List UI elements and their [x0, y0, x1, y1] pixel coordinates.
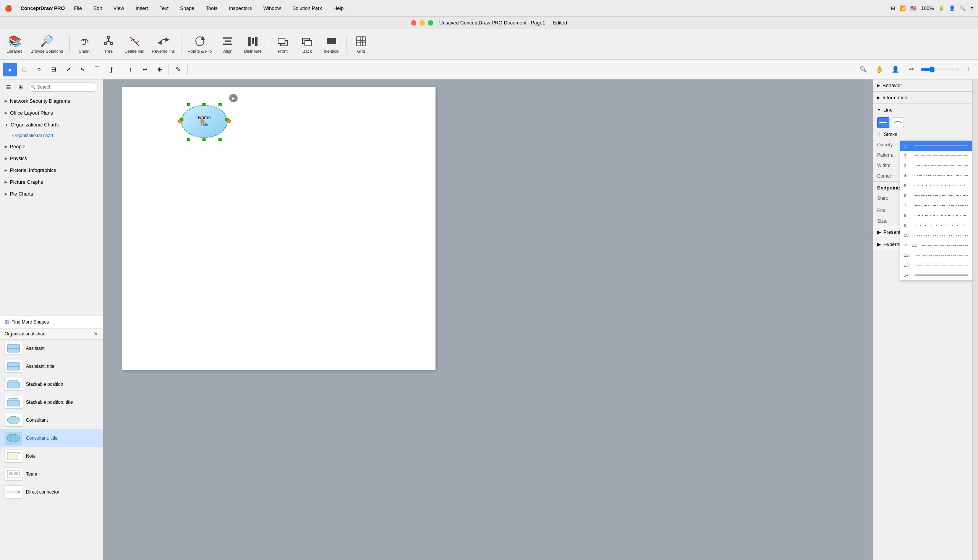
library-item-pictorial[interactable]: ▶ Pictorial Infographics [0, 164, 103, 176]
pattern-item-8[interactable]: 8: [900, 210, 972, 220]
shape-item-assistant[interactable]: Assistant [0, 340, 103, 358]
front-button[interactable]: Front [271, 31, 294, 58]
library-item-picture-graphs[interactable]: ▶ Picture Graphs [0, 176, 103, 188]
library-sub-org-chart[interactable]: Organizational chart [0, 131, 103, 140]
pattern-item-11[interactable]: ✓ 11: [900, 240, 972, 250]
shape-item-consultant[interactable]: Consultant [0, 412, 103, 429]
handle-top-mid[interactable] [202, 103, 205, 106]
shape-item-stackable-title[interactable]: Stackable position, title [0, 393, 103, 412]
menu-inspectors[interactable]: Inspectors [227, 5, 254, 12]
shape-item-note[interactable]: Note [0, 447, 103, 465]
rotate-tool[interactable]: ↩ [138, 63, 152, 77]
zoom-in-btn[interactable]: + [961, 63, 975, 77]
play-overlay-btn[interactable]: ▶ [229, 94, 238, 102]
rect-tool[interactable]: □ [18, 63, 31, 77]
size-tool[interactable]: ↕ [123, 63, 137, 77]
search-input[interactable] [28, 83, 98, 92]
zoom-out-btn[interactable]: 🔍 [856, 63, 870, 77]
handle-top-right[interactable] [218, 103, 222, 106]
chain-button[interactable]: Chain [73, 31, 95, 58]
identical-button[interactable]: Identical [320, 31, 343, 58]
menu-edit[interactable]: Edit [91, 5, 104, 12]
handle-bottom-left[interactable] [187, 138, 190, 141]
shape-item-direct-connector[interactable]: Direct connector [0, 483, 103, 501]
tree-button[interactable]: Tree [97, 31, 120, 58]
pan-btn[interactable]: ✋ [873, 63, 886, 77]
distribute-button[interactable]: Distribute [241, 31, 264, 58]
handle-bottom-right[interactable] [218, 138, 222, 141]
grid-button[interactable]: Grid [350, 31, 373, 58]
pattern-item-4[interactable]: 4: [900, 171, 972, 181]
menu-view[interactable]: View [111, 5, 127, 12]
arc-tool[interactable]: ⌒ [90, 63, 104, 77]
bezier-tool[interactable]: ∫ [105, 63, 118, 77]
menu-shape[interactable]: Shape [178, 5, 197, 12]
shape-item-assistant-title[interactable]: Assistant, title [0, 358, 103, 375]
pen-tool[interactable]: ✎ [171, 63, 185, 77]
menu-file[interactable]: File [72, 5, 85, 12]
table-tool[interactable]: ⊟ [47, 63, 60, 77]
pattern-item-7[interactable]: 7: [900, 200, 972, 210]
back-button[interactable]: Back [296, 31, 318, 58]
grid-view-btn[interactable]: ⊞ [15, 82, 26, 92]
canvas-shape-container[interactable]: ▶ Name Title [180, 102, 229, 142]
pattern-item-6[interactable]: 6: [900, 191, 972, 200]
rotate-flip-button[interactable]: Rotate & Flip [185, 31, 215, 58]
close-btn[interactable] [411, 20, 417, 26]
pattern-item-10[interactable]: 10: [900, 230, 972, 240]
line-style-btn-2[interactable] [892, 117, 904, 128]
menu-insert[interactable]: Insert [133, 5, 150, 12]
shape-item-consultant-title[interactable]: Consultant, title [0, 429, 103, 447]
inspector-section-line-header[interactable]: ▼ Line [873, 104, 972, 116]
library-item-org-charts[interactable]: ▼ Organizational Charts [0, 119, 103, 131]
find-more-shapes-btn[interactable]: ⊞ Find More Shapes [0, 315, 103, 328]
line-tool[interactable]: ↗ [61, 63, 75, 77]
library-item-pie-charts[interactable]: ▶ Pie Charts [0, 188, 103, 200]
menu-tools[interactable]: Tools [203, 5, 220, 12]
far-right-scroll[interactable] [972, 80, 978, 560]
library-item-people[interactable]: ▶ People [0, 140, 103, 152]
pattern-item-14[interactable]: 14: [900, 270, 972, 280]
pattern-item-12[interactable]: 12: [900, 250, 972, 260]
handle-bottom-mid[interactable] [202, 138, 205, 141]
maximize-btn[interactable] [428, 20, 433, 26]
shape-item-team[interactable]: Team [0, 465, 103, 483]
menu-solution-park[interactable]: Solution Park [290, 5, 324, 12]
library-item-physics[interactable]: ▶ Physics [0, 152, 103, 164]
menu-extra-icon[interactable]: ≡ [970, 5, 973, 11]
align-button[interactable]: Align [216, 31, 239, 58]
library-item-office-layout[interactable]: ▶ Office Layout Plans [0, 107, 103, 119]
shape-item-stackable[interactable]: Stackable position [0, 375, 103, 393]
inspector-section-behavior-header[interactable]: ▶ Behavior [873, 80, 972, 91]
pattern-item-5[interactable]: 5: [900, 181, 972, 191]
oval-tool[interactable]: ○ [32, 63, 46, 77]
apple-menu[interactable]: 🍎 [5, 5, 12, 12]
canvas-area[interactable]: ▶ Name Title [103, 80, 873, 560]
user-zoom-btn[interactable]: 👤 [889, 63, 902, 77]
inspector-section-information-header[interactable]: ▶ Information [873, 92, 972, 103]
menu-window[interactable]: Window [261, 5, 283, 12]
browse-solutions-button[interactable]: 🔎 Browse Solutions [28, 31, 66, 58]
crop-tool[interactable]: ⊕ [152, 63, 166, 77]
close-active-lib-btn[interactable]: ✕ [93, 331, 98, 337]
pattern-item-2[interactable]: 2: [900, 151, 972, 161]
user-icon[interactable]: 👤 [949, 5, 955, 11]
menu-text[interactable]: Text [157, 5, 171, 12]
search-menu-icon[interactable]: 🔍 [960, 5, 966, 11]
pattern-item-1[interactable]: 1: [900, 141, 972, 151]
line-style-btn-1[interactable] [877, 117, 890, 128]
pattern-item-13[interactable]: 13: [900, 260, 972, 270]
pattern-item-3[interactable]: 3: [900, 161, 972, 171]
libraries-button[interactable]: 📚 Libraries [3, 31, 26, 58]
curve-tool[interactable]: ⤷ [76, 63, 89, 77]
minimize-btn[interactable] [420, 20, 425, 26]
handle-top[interactable] [187, 103, 190, 106]
zoom-slider[interactable] [921, 67, 959, 73]
list-view-btn[interactable]: ☰ [3, 82, 14, 92]
menu-help[interactable]: Help [331, 5, 346, 12]
delete-link-button[interactable]: Delete link [122, 31, 147, 58]
select-tool[interactable]: ▲ [3, 63, 17, 77]
pencil-zoom-btn[interactable]: ✏ [905, 63, 918, 77]
pattern-item-9[interactable]: 9: [900, 220, 972, 230]
reverse-link-button[interactable]: Reverse link [148, 31, 178, 58]
